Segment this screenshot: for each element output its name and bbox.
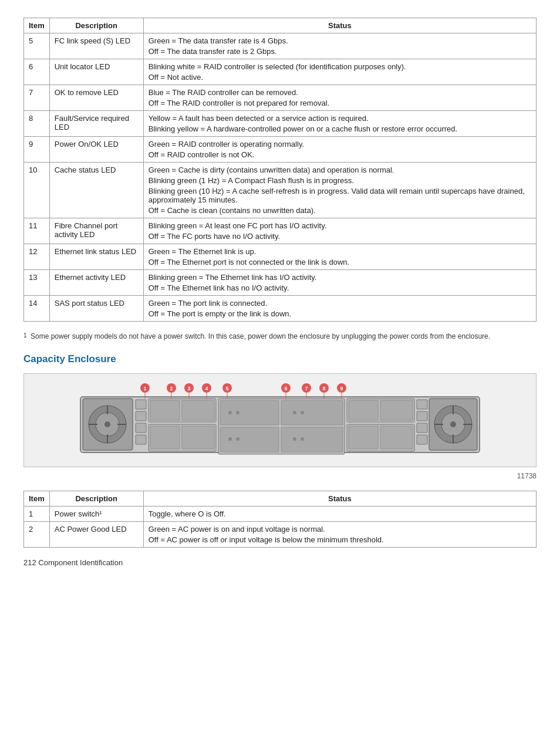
cell-description: SAS port status LED [49, 296, 143, 322]
cell-item: 13 [24, 270, 50, 296]
svg-rect-10 [136, 411, 146, 421]
svg-rect-34 [380, 400, 413, 420]
svg-point-31 [301, 437, 304, 441]
col2-header-description: Description [49, 491, 143, 507]
cell-description: Cache status LED [49, 163, 143, 218]
cell-status: Toggle, where O is Off. [143, 507, 536, 522]
cell-item: 5 [24, 33, 50, 59]
svg-text:1: 1 [143, 386, 146, 391]
svg-rect-11 [136, 423, 146, 433]
table-row: 14SAS port status LEDGreen = The port li… [24, 296, 537, 322]
svg-rect-37 [380, 426, 413, 449]
col-header-status: Status [143, 18, 536, 33]
svg-rect-14 [150, 400, 180, 420]
cell-status: Green = The port link is connected.Off =… [143, 296, 536, 322]
cell-item: 14 [24, 296, 50, 322]
table-row: 10Cache status LEDGreen = Cache is dirty… [24, 163, 537, 218]
table-row: 8Fault/Service required LEDYellow = A fa… [24, 111, 537, 137]
svg-point-45 [450, 421, 456, 427]
col-header-item: Item [24, 18, 50, 33]
svg-rect-33 [349, 400, 378, 420]
cell-status: Green = RAID controller is operating nor… [143, 137, 536, 163]
svg-text:7: 7 [305, 386, 308, 391]
cell-description: Fibre Channel port activity LED [49, 218, 143, 244]
svg-rect-41 [417, 435, 427, 444]
table1-footnote: 1 Some power supply models do not have a… [23, 332, 537, 340]
diagram-svg: 1 2 3 4 5 6 7 8 9 [75, 382, 485, 458]
svg-point-27 [236, 437, 239, 441]
capacity-enclosure-diagram: 1 2 3 4 5 6 7 8 9 [23, 373, 537, 467]
svg-rect-21 [281, 400, 343, 425]
svg-rect-40 [417, 423, 427, 433]
table-row: 5FC link speed (S) LEDGreen = The data t… [24, 33, 537, 59]
svg-point-26 [228, 437, 232, 441]
svg-text:2: 2 [170, 386, 173, 391]
svg-rect-36 [349, 426, 378, 449]
section-title: Capacity Enclosure [23, 353, 537, 365]
page-footer: 212 Component Identification [23, 558, 537, 567]
cell-status: Green = Cache is dirty (contains unwritt… [143, 163, 536, 218]
cell-description: Unit locator LED [49, 59, 143, 85]
table-row: 12Ethernet link status LEDGreen = The Et… [24, 244, 537, 270]
cell-status: Green = AC power is on and input voltage… [143, 522, 536, 548]
svg-text:3: 3 [187, 386, 190, 391]
cell-description: OK to remove LED [49, 85, 143, 111]
table-2: Item Description Status 1Power switch¹To… [23, 491, 537, 548]
svg-text:9: 9 [340, 386, 343, 391]
cell-description: Fault/Service required LED [49, 111, 143, 137]
table-row: 6Unit locator LEDBlinking white = RAID c… [24, 59, 537, 85]
svg-rect-12 [136, 435, 146, 444]
cell-item: 6 [24, 59, 50, 85]
cell-description: Ethernet activity LED [49, 270, 143, 296]
table-1: Item Description Status 5FC link speed (… [23, 18, 537, 322]
svg-point-4 [104, 421, 110, 427]
svg-rect-23 [281, 427, 343, 452]
table-row: 1Power switch¹Toggle, where O is Off. [24, 507, 537, 522]
svg-text:5: 5 [225, 386, 228, 391]
cell-item: 7 [24, 85, 50, 111]
cell-item: 11 [24, 218, 50, 244]
cell-status: Blinking green = The Ethernet link has I… [143, 270, 536, 296]
table-row: 2AC Power Good LEDGreen = AC power is on… [24, 522, 537, 548]
svg-point-29 [301, 411, 304, 414]
figure-number: 11738 [23, 472, 537, 480]
svg-point-30 [293, 437, 296, 441]
cell-status: Blinking white = RAID controller is sele… [143, 59, 536, 85]
table-row: 9Power On/OK LEDGreen = RAID controller … [24, 137, 537, 163]
svg-rect-9 [136, 400, 146, 409]
col-header-description: Description [49, 18, 143, 33]
cell-item: 9 [24, 137, 50, 163]
svg-text:6: 6 [284, 386, 287, 391]
cell-status: Yellow = A fault has been detected or a … [143, 111, 536, 137]
cell-item: 12 [24, 244, 50, 270]
col2-header-item: Item [24, 491, 50, 507]
cell-description: Ethernet link status LED [49, 244, 143, 270]
cell-item: 8 [24, 111, 50, 137]
cell-description: Power On/OK LED [49, 137, 143, 163]
svg-text:8: 8 [322, 386, 325, 391]
cell-status: Green = The Ethernet link is up.Off = Th… [143, 244, 536, 270]
cell-item: 10 [24, 163, 50, 218]
cell-description: FC link speed (S) LED [49, 33, 143, 59]
cell-item: 1 [24, 507, 50, 522]
svg-point-28 [293, 411, 296, 414]
table-row: 11Fibre Channel port activity LEDBlinkin… [24, 218, 537, 244]
table-row: 13Ethernet activity LEDBlinking green = … [24, 270, 537, 296]
cell-status: Blue = The RAID controller can be remove… [143, 85, 536, 111]
cell-status: Green = The data transfer rate is 4 Gbps… [143, 33, 536, 59]
svg-point-25 [236, 411, 239, 414]
col2-header-status: Status [143, 491, 536, 507]
svg-rect-38 [417, 400, 427, 409]
cell-item: 2 [24, 522, 50, 548]
svg-rect-15 [182, 400, 214, 420]
svg-rect-17 [150, 426, 180, 449]
svg-rect-39 [417, 411, 427, 421]
svg-point-24 [228, 411, 232, 414]
svg-rect-18 [182, 426, 214, 449]
table-row: 7OK to remove LEDBlue = The RAID control… [24, 85, 537, 111]
cell-status: Blinking green = At least one FC port ha… [143, 218, 536, 244]
cell-description: Power switch¹ [49, 507, 143, 522]
cell-description: AC Power Good LED [49, 522, 143, 548]
svg-text:4: 4 [205, 386, 208, 391]
